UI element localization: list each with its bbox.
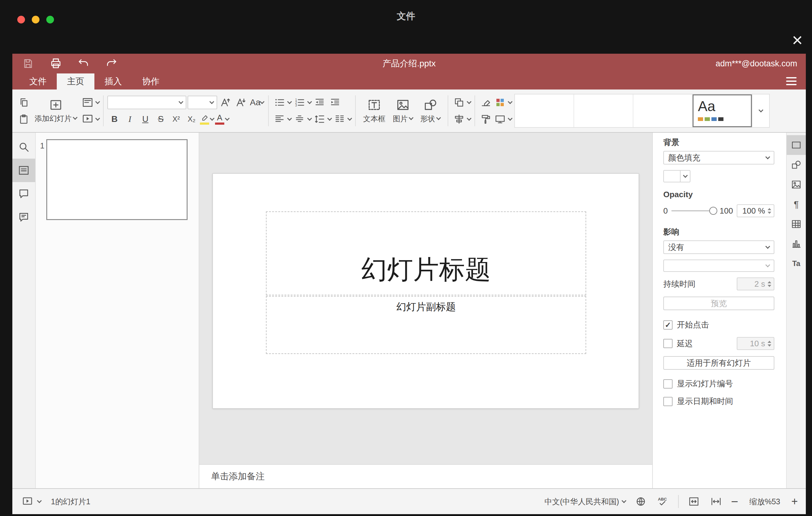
chevron-down-icon[interactable] bbox=[95, 116, 100, 121]
close-icon[interactable]: × bbox=[792, 31, 803, 49]
theme-thumbnail[interactable] bbox=[515, 94, 574, 127]
opacity-slider[interactable] bbox=[671, 210, 716, 211]
zoom-in-button[interactable]: + bbox=[791, 496, 798, 507]
tab-collaboration[interactable]: 协作 bbox=[132, 74, 170, 89]
slide-size-button[interactable] bbox=[493, 112, 507, 126]
tab-home[interactable]: 主页 bbox=[57, 74, 94, 89]
font-name-select[interactable] bbox=[107, 96, 186, 109]
highlight-color-button[interactable] bbox=[200, 112, 214, 126]
search-button[interactable] bbox=[12, 135, 35, 159]
transition-option-select[interactable] bbox=[663, 260, 774, 272]
color-scheme-button[interactable] bbox=[493, 95, 507, 110]
bold-button[interactable]: B bbox=[107, 112, 121, 126]
tab-file[interactable]: 文件 bbox=[19, 74, 57, 89]
chevron-down-icon[interactable] bbox=[307, 116, 312, 121]
comments-button[interactable] bbox=[12, 182, 35, 205]
horizontal-align-button[interactable] bbox=[272, 112, 287, 126]
spell-check-icon[interactable]: ABC bbox=[656, 494, 670, 509]
opacity-input[interactable]: 100 % bbox=[737, 204, 774, 217]
fill-color-picker[interactable] bbox=[663, 170, 691, 182]
fit-to-width-button[interactable] bbox=[709, 494, 723, 509]
slide-canvas[interactable]: 幻灯片标题 幻灯片副标题 bbox=[199, 133, 652, 464]
increase-font-size-button[interactable] bbox=[219, 95, 233, 110]
print-button[interactable] bbox=[49, 56, 63, 71]
preview-button[interactable]: 预览 bbox=[663, 296, 774, 310]
slide[interactable]: 幻灯片标题 幻灯片副标题 bbox=[212, 173, 639, 409]
slide-thumbnail[interactable] bbox=[46, 139, 187, 220]
chevron-down-icon[interactable] bbox=[287, 116, 292, 121]
spinner-arrows[interactable] bbox=[767, 208, 771, 214]
document-language-icon[interactable] bbox=[634, 494, 648, 509]
chevron-down-icon[interactable] bbox=[95, 99, 100, 104]
paragraph-settings-button[interactable]: ¶ bbox=[787, 194, 806, 214]
apply-to-all-slides-button[interactable]: 适用于所有幻灯片 bbox=[663, 356, 774, 370]
subtitle-placeholder[interactable]: 幻灯片副标题 bbox=[266, 296, 586, 354]
slide-settings-button[interactable] bbox=[787, 135, 806, 155]
subscript-button[interactable]: X₂ bbox=[184, 112, 199, 126]
line-spacing-button[interactable] bbox=[313, 112, 327, 126]
chevron-down-icon[interactable] bbox=[467, 116, 472, 121]
copy-style-button[interactable] bbox=[479, 112, 493, 126]
font-size-select[interactable] bbox=[187, 96, 217, 109]
minimize-window-button[interactable] bbox=[32, 16, 39, 24]
table-settings-button[interactable] bbox=[787, 214, 806, 234]
spinner-arrows[interactable] bbox=[767, 341, 771, 347]
change-case-button[interactable]: Aa bbox=[249, 95, 264, 110]
close-window-button[interactable] bbox=[17, 16, 25, 24]
clear-style-button[interactable] bbox=[479, 95, 493, 110]
tab-insert[interactable]: 插入 bbox=[94, 74, 132, 89]
zoom-out-button[interactable]: − bbox=[731, 495, 738, 508]
insert-image-button[interactable]: 图片 bbox=[389, 93, 416, 129]
chart-settings-button[interactable] bbox=[787, 234, 806, 254]
chevron-down-icon[interactable] bbox=[327, 116, 332, 121]
redo-button[interactable] bbox=[104, 56, 118, 71]
menu-icon[interactable] bbox=[786, 77, 796, 85]
arrange-shape-button[interactable] bbox=[452, 95, 466, 110]
italic-button[interactable]: I bbox=[123, 112, 137, 126]
font-color-button[interactable]: A bbox=[215, 112, 229, 126]
theme-thumbnail-selected[interactable]: Aa bbox=[693, 94, 752, 127]
language-select[interactable]: 中文(中华人民共和国) bbox=[545, 496, 626, 507]
notes-input[interactable]: 单击添加备注 bbox=[199, 464, 652, 488]
chevron-down-icon[interactable] bbox=[287, 99, 292, 104]
numbering-button[interactable]: 123 bbox=[292, 95, 307, 110]
align-shape-button[interactable] bbox=[452, 112, 466, 126]
shape-settings-button[interactable] bbox=[787, 155, 806, 175]
bullets-button[interactable] bbox=[272, 95, 287, 110]
delay-checkbox[interactable] bbox=[663, 339, 672, 348]
feedback-button[interactable] bbox=[12, 205, 35, 229]
decrease-font-size-button[interactable] bbox=[234, 95, 248, 110]
chevron-down-icon[interactable] bbox=[307, 99, 312, 104]
zoom-window-button[interactable] bbox=[46, 16, 54, 24]
duration-input[interactable]: 2 s bbox=[737, 278, 774, 290]
add-slide-button[interactable]: 添加幻灯片 bbox=[31, 93, 81, 129]
chevron-down-icon[interactable] bbox=[37, 498, 42, 503]
chevron-down-icon[interactable] bbox=[467, 99, 472, 104]
fill-type-select[interactable]: 颜色填充 bbox=[663, 151, 774, 165]
start-on-click-checkbox[interactable]: ✓ bbox=[663, 320, 672, 329]
paste-button[interactable] bbox=[17, 112, 31, 126]
slides-panel-button[interactable] bbox=[12, 159, 35, 182]
start-slideshow-button[interactable] bbox=[81, 112, 95, 126]
chevron-down-icon[interactable] bbox=[508, 99, 513, 104]
increase-indent-button[interactable] bbox=[328, 95, 342, 110]
insert-shape-button[interactable]: 形状 bbox=[416, 93, 444, 129]
show-date-time-checkbox[interactable] bbox=[663, 397, 672, 406]
transition-select[interactable]: 没有 bbox=[663, 240, 774, 254]
undo-button[interactable] bbox=[77, 56, 91, 71]
title-placeholder[interactable]: 幻灯片标题 bbox=[266, 211, 586, 295]
vertical-align-button[interactable] bbox=[292, 112, 307, 126]
opacity-slider-knob[interactable] bbox=[709, 207, 717, 215]
image-settings-button[interactable] bbox=[787, 175, 806, 194]
theme-thumbnail[interactable] bbox=[574, 94, 633, 127]
decrease-indent-button[interactable] bbox=[313, 95, 327, 110]
start-slideshow-statusbar-button[interactable] bbox=[20, 494, 34, 509]
delay-input[interactable]: 10 s bbox=[737, 337, 774, 350]
theme-gallery-expand-button[interactable] bbox=[752, 94, 769, 127]
fit-to-slide-button[interactable] bbox=[687, 494, 701, 509]
chevron-down-icon[interactable] bbox=[347, 116, 352, 121]
theme-thumbnail[interactable] bbox=[633, 94, 693, 127]
spinner-arrows[interactable] bbox=[767, 281, 771, 287]
copy-button[interactable] bbox=[17, 95, 31, 110]
strikethrough-button[interactable]: S bbox=[154, 112, 168, 126]
